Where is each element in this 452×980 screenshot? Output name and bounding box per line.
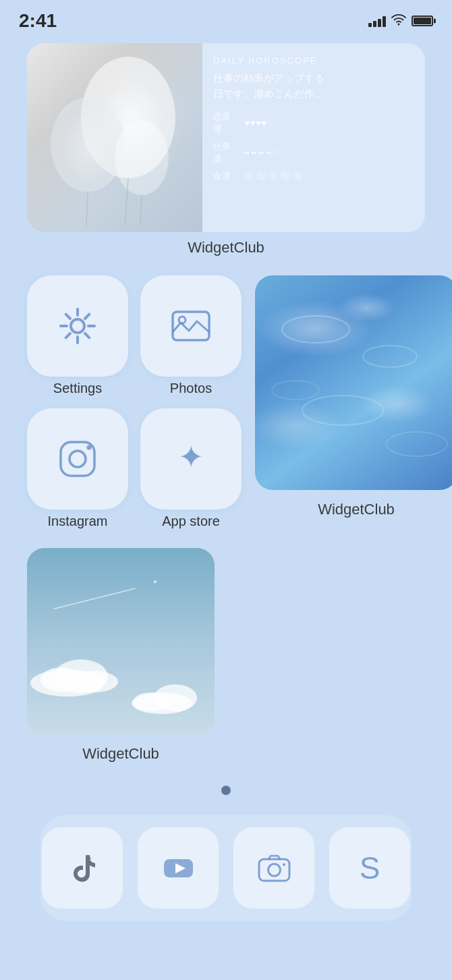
s-app[interactable]: S xyxy=(329,827,410,908)
horoscope-title: DAILY HOROSCOPE xyxy=(213,55,414,65)
horoscope-row-work: 仕事運 ▪▪ ▪▪ ▪▪ ▪▪ □ xyxy=(213,140,414,165)
horoscope-love-label: 恋愛運 xyxy=(213,111,239,135)
page-indicator xyxy=(27,786,425,795)
horoscope-widget-image xyxy=(27,43,202,232)
horoscope-money-label: 金運 xyxy=(213,170,239,182)
horoscope-rows: 恋愛運 ♥♥♥♥♡ 仕事運 ▪▪ ▪▪ ▪▪ ▪▪ □ 金運 Ⓢ Ⓢ Ⓢ Ⓢ Ⓢ xyxy=(213,111,414,182)
svg-text:✦: ✦ xyxy=(178,439,204,474)
status-bar: 2:41 xyxy=(0,0,452,36)
photos-label: Photos xyxy=(170,381,212,396)
svg-rect-38 xyxy=(259,859,289,881)
svg-point-33 xyxy=(133,692,171,711)
svg-point-30 xyxy=(71,671,118,692)
svg-point-2 xyxy=(115,121,169,195)
svg-point-35 xyxy=(154,580,157,583)
sky-widget-label: WidgetClub xyxy=(27,745,215,763)
horoscope-content: DAILY HOROSCOPE 仕事の効率がアップする日です。溜めこんだ作… 恋… xyxy=(202,43,425,232)
svg-point-39 xyxy=(268,864,280,876)
horoscope-love-icons: ♥♥♥♥♡ xyxy=(244,117,275,128)
svg-line-4 xyxy=(86,192,88,225)
signal-icon xyxy=(368,15,386,27)
appstore-label: App store xyxy=(162,514,220,529)
photos-app[interactable]: Photos xyxy=(140,275,242,396)
appstore-icon: ✦ xyxy=(140,408,242,510)
settings-icon xyxy=(27,275,128,377)
svg-point-19 xyxy=(87,445,92,450)
app-grid: Settings Photos xyxy=(27,275,425,529)
horoscope-widget-label: WidgetClub xyxy=(27,239,425,256)
status-time: 2:41 xyxy=(19,10,57,32)
svg-line-14 xyxy=(66,333,70,337)
horoscope-money-icons: Ⓢ Ⓢ Ⓢ Ⓢ Ⓢ xyxy=(244,170,302,182)
sky-widget[interactable] xyxy=(27,548,215,736)
home-screen: DAILY HOROSCOPE 仕事の効率がアップする日です。溜めこんだ作… 恋… xyxy=(0,36,452,934)
dock: S xyxy=(40,815,412,921)
horoscope-work-icons: ▪▪ ▪▪ ▪▪ ▪▪ □ xyxy=(244,148,278,157)
horoscope-work-label: 仕事運 xyxy=(213,140,239,165)
balloon-decoration xyxy=(27,43,202,232)
svg-line-13 xyxy=(85,315,89,319)
s-app-letter: S xyxy=(360,852,380,883)
instagram-icon xyxy=(27,408,128,510)
svg-point-6 xyxy=(71,319,84,333)
status-icons xyxy=(368,13,433,29)
svg-point-40 xyxy=(283,863,285,866)
svg-line-11 xyxy=(66,315,70,319)
svg-line-12 xyxy=(85,333,89,337)
svg-point-25 xyxy=(387,432,447,456)
horoscope-widget[interactable]: DAILY HOROSCOPE 仕事の効率がアップする日です。溜めこんだ作… 恋… xyxy=(27,43,425,232)
water-widget-section: WidgetClub xyxy=(255,275,452,529)
page-dot-1 xyxy=(221,786,231,795)
water-widget-label: WidgetClub xyxy=(318,501,395,518)
settings-app[interactable]: Settings xyxy=(27,275,128,396)
youtube-app[interactable] xyxy=(138,827,219,908)
bottom-section: WidgetClub xyxy=(27,548,425,763)
svg-point-21 xyxy=(282,316,349,343)
instagram-app[interactable]: Instagram xyxy=(27,408,128,529)
horoscope-text: 仕事の効率がアップする日です。溜めこんだ作… xyxy=(213,71,414,101)
camera-app[interactable] xyxy=(233,827,314,908)
svg-line-5 xyxy=(140,195,142,225)
appstore-app[interactable]: ✦ App store xyxy=(140,408,242,529)
svg-point-24 xyxy=(272,381,319,400)
water-widget[interactable] xyxy=(255,275,452,490)
svg-point-23 xyxy=(302,396,383,425)
svg-point-1 xyxy=(51,97,125,192)
app-grid-left: Settings Photos xyxy=(27,275,242,529)
horoscope-row-love: 恋愛運 ♥♥♥♥♡ xyxy=(213,111,414,135)
instagram-label: Instagram xyxy=(48,514,108,529)
tiktok-app[interactable] xyxy=(42,827,123,908)
battery-icon xyxy=(412,16,433,26)
wifi-icon xyxy=(391,13,406,29)
sky-widget-section: WidgetClub xyxy=(27,548,425,763)
settings-label: Settings xyxy=(53,381,102,396)
svg-point-18 xyxy=(69,451,86,467)
horoscope-row-money: 金運 Ⓢ Ⓢ Ⓢ Ⓢ Ⓢ xyxy=(213,170,414,182)
svg-point-22 xyxy=(363,346,417,367)
photos-icon xyxy=(140,275,242,377)
